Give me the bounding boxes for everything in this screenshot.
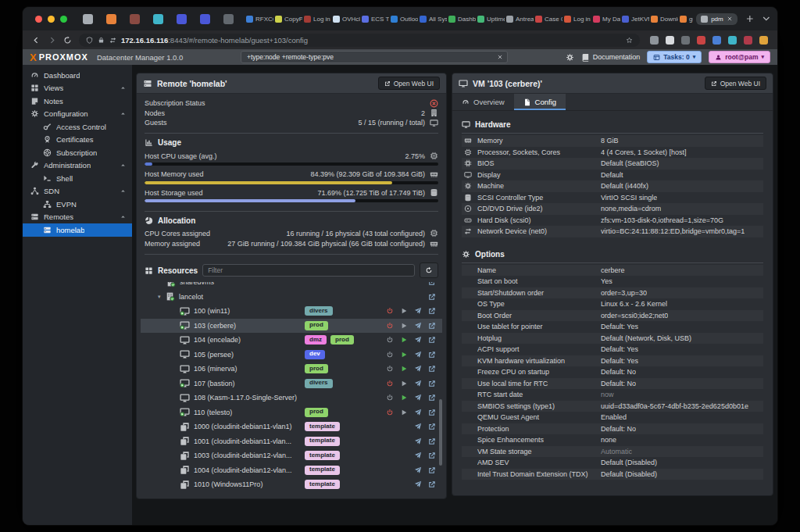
row-action-icon[interactable] bbox=[414, 423, 422, 430]
resource-tree-row[interactable]: ▾ 108 (Kasm-1.17.0-Single-Server) bbox=[141, 391, 442, 405]
pinned-tab-favicon[interactable] bbox=[153, 14, 163, 24]
lock-icon[interactable] bbox=[98, 37, 105, 44]
row-action-icon[interactable] bbox=[428, 437, 436, 445]
traffic-light[interactable] bbox=[35, 16, 42, 23]
browser-tab[interactable]: Downlo bbox=[649, 13, 678, 25]
row-action-icon[interactable] bbox=[400, 380, 408, 387]
extension-icon[interactable] bbox=[744, 36, 752, 45]
option-row[interactable]: Freeze CPU on startup Default: No bbox=[462, 366, 763, 378]
row-action-icon[interactable] bbox=[414, 351, 422, 359]
browser-tab[interactable]: guerlev bbox=[678, 13, 693, 25]
row-action-icon[interactable] bbox=[428, 351, 436, 359]
hardware-row[interactable]: Display Default bbox=[462, 170, 763, 181]
sidebar-item[interactable]: homelab bbox=[23, 223, 132, 237]
row-action-icon[interactable] bbox=[428, 409, 436, 416]
traffic-light[interactable] bbox=[60, 16, 67, 23]
collapse-caret-icon[interactable] bbox=[120, 162, 126, 168]
row-action-icon[interactable] bbox=[428, 380, 436, 387]
traffic-light[interactable] bbox=[48, 16, 55, 23]
user-menu-button[interactable]: root@pam▾ bbox=[709, 51, 770, 63]
row-action-icon[interactable] bbox=[400, 322, 408, 330]
option-row[interactable]: Protection Default: No bbox=[462, 423, 763, 435]
hardware-row[interactable]: Network Device (net0) virtio=BC:24:11:88… bbox=[462, 226, 763, 237]
tab-close-icon[interactable] bbox=[727, 16, 733, 22]
tab-config[interactable]: Config bbox=[514, 94, 566, 110]
hardware-row[interactable]: SCSI Controller Type VirtIO SCSI single bbox=[462, 192, 763, 204]
sidebar-item[interactable]: Configuration bbox=[23, 108, 132, 121]
pinned-tab-favicon[interactable] bbox=[83, 14, 93, 24]
resource-tree-row[interactable]: ▾ 1004 (cloudinit-debian12-vlan... templ… bbox=[141, 463, 442, 478]
option-row[interactable]: ACPI support Default: Yes bbox=[462, 344, 763, 355]
pinned-tab-favicon[interactable] bbox=[130, 14, 140, 24]
resource-tree-row[interactable]: ▾ 105 (persee) dev bbox=[141, 348, 442, 362]
row-action-icon[interactable] bbox=[400, 394, 408, 402]
row-action-icon[interactable] bbox=[386, 336, 394, 344]
option-row[interactable]: Use local time for RTC Default: No bbox=[462, 378, 763, 390]
shield-icon[interactable] bbox=[86, 37, 93, 44]
row-action-icon[interactable] bbox=[386, 409, 394, 416]
row-action-icon[interactable] bbox=[428, 322, 436, 330]
row-action-icon[interactable] bbox=[428, 394, 436, 402]
option-row[interactable]: Hotplug Default (Network, Disk, USB) bbox=[462, 333, 763, 345]
browser-tab[interactable]: My Das bbox=[591, 13, 620, 25]
row-action-icon[interactable] bbox=[414, 409, 422, 416]
extension-icon[interactable] bbox=[666, 36, 674, 45]
reload-button[interactable] bbox=[63, 36, 72, 45]
option-row[interactable]: Name cerbere bbox=[462, 265, 763, 277]
browser-tab[interactable]: OVHclo bbox=[331, 13, 360, 25]
settings-gear-icon[interactable] bbox=[566, 53, 574, 62]
documentation-button[interactable]: Documentation bbox=[581, 53, 641, 62]
row-action-icon[interactable] bbox=[414, 394, 422, 402]
collapse-caret-icon[interactable] bbox=[120, 214, 126, 220]
resource-tree-row[interactable]: ▾ 1000 (cloudinit-debian11-vlan1) templa… bbox=[141, 420, 442, 434]
browser-tab[interactable]: Uptime bbox=[476, 13, 505, 25]
search-input[interactable] bbox=[245, 52, 497, 62]
browser-tab[interactable]: ECS TU bbox=[360, 13, 389, 25]
tree-caret-icon[interactable]: ▾ bbox=[158, 294, 165, 300]
tab-overview[interactable]: Overview bbox=[452, 94, 514, 110]
browser-tab[interactable]: JetKVM bbox=[620, 13, 649, 25]
sidebar-item[interactable]: Shell bbox=[23, 172, 132, 185]
row-action-icon[interactable] bbox=[386, 307, 394, 315]
address-field[interactable]: 172.16.16.116:8443/#/remote-homelab/gues… bbox=[79, 34, 640, 47]
row-action-icon[interactable] bbox=[400, 409, 408, 416]
row-action-icon[interactable] bbox=[414, 380, 422, 387]
option-row[interactable]: AMD SEV Default (Disabled) bbox=[462, 457, 763, 469]
row-action-icon[interactable] bbox=[414, 480, 422, 488]
extension-icon[interactable] bbox=[681, 36, 690, 45]
row-action-icon[interactable] bbox=[414, 466, 422, 474]
row-action-icon[interactable] bbox=[428, 282, 436, 286]
resource-tree-row[interactable]: ▾ 107 (bastion) divers bbox=[141, 377, 442, 391]
row-action-icon[interactable] bbox=[428, 452, 436, 459]
row-action-icon[interactable] bbox=[400, 351, 408, 359]
resource-filter-input[interactable] bbox=[202, 264, 415, 277]
hardware-row[interactable]: Hard Disk (scsi0) zfs:vm-103-disk-0,ioth… bbox=[462, 215, 763, 227]
sidebar-item[interactable]: Views bbox=[23, 82, 132, 95]
open-web-ui-button[interactable]: Open Web UI bbox=[705, 77, 766, 90]
row-action-icon[interactable] bbox=[386, 365, 394, 373]
resource-tree-row[interactable]: ▾ sharedvms bbox=[141, 282, 442, 290]
sync-icon[interactable] bbox=[109, 37, 116, 44]
browser-tab-active[interactable]: pdm bbox=[696, 13, 738, 25]
row-action-icon[interactable] bbox=[414, 437, 422, 445]
option-row[interactable]: QEMU Guest Agent Enabled bbox=[462, 412, 763, 423]
browser-tab[interactable]: Log in bbox=[562, 13, 591, 25]
hardware-row[interactable]: Memory 8 GiB bbox=[462, 135, 763, 147]
clear-search-icon[interactable] bbox=[497, 54, 503, 60]
resource-tree-row[interactable]: ▾ 100 (win11) divers bbox=[141, 304, 442, 319]
option-row[interactable]: KVM hardware virtualization Default: Yes bbox=[462, 355, 763, 367]
row-action-icon[interactable] bbox=[428, 293, 436, 301]
hardware-row[interactable]: Machine Default (i440fx) bbox=[462, 180, 763, 192]
row-action-icon[interactable] bbox=[414, 365, 422, 373]
open-web-ui-button[interactable]: Open Web UI bbox=[378, 77, 440, 90]
sidebar-item[interactable]: Remotes bbox=[23, 211, 132, 224]
resource-tree-row[interactable]: ▾ 1010 (Windows11Pro) template bbox=[141, 477, 442, 492]
collapse-caret-icon[interactable] bbox=[120, 188, 126, 194]
resource-tree-row[interactable]: ▾ 9000 (cloudinit-ubuntu-24.10-... templ… bbox=[141, 492, 442, 495]
row-action-icon[interactable] bbox=[386, 351, 394, 359]
sidebar-item[interactable]: SDN bbox=[23, 185, 132, 198]
option-row[interactable]: Boot Order order=scsi0;ide2;net0 bbox=[462, 310, 763, 322]
extension-icon[interactable] bbox=[697, 36, 705, 45]
scrollbar-thumb[interactable] bbox=[439, 399, 442, 466]
pinned-tab-favicon[interactable] bbox=[106, 14, 116, 24]
